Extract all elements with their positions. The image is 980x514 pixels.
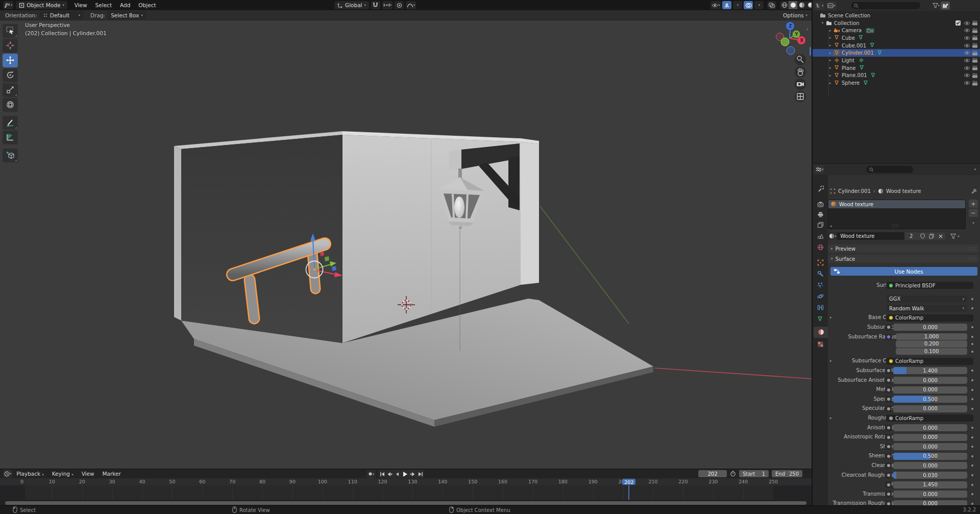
value-slider[interactable]: 0.000 bbox=[893, 462, 967, 469]
timeline-track[interactable] bbox=[0, 485, 812, 500]
material-slot-specials-dropdown[interactable]: ▾ bbox=[969, 221, 978, 225]
animate-decorator[interactable] bbox=[971, 336, 973, 338]
proportional-editing-toggle[interactable] bbox=[395, 1, 404, 9]
panel-grip[interactable]: :::: bbox=[968, 257, 976, 261]
surface-panel-header[interactable]: ▾ Surface :::: bbox=[828, 255, 979, 263]
stopwatch-icon[interactable] bbox=[730, 471, 736, 477]
animate-decorator[interactable] bbox=[971, 436, 973, 438]
hide-viewport-eye-icon[interactable] bbox=[964, 21, 970, 26]
use-nodes-button[interactable]: Use Nodes bbox=[830, 267, 977, 276]
animate-decorator[interactable] bbox=[971, 484, 973, 486]
material-users-count[interactable]: 2 bbox=[904, 232, 918, 240]
expander-icon[interactable]: ▸ bbox=[827, 74, 833, 78]
properties-editor-type-button[interactable]: ▾ bbox=[815, 165, 824, 174]
input-socket[interactable] bbox=[885, 434, 892, 440]
timeline-menu-marker[interactable]: Marker bbox=[99, 471, 125, 477]
show-gizmos-toggle[interactable] bbox=[722, 1, 731, 9]
properties-tab-view-layer[interactable] bbox=[813, 219, 828, 231]
value-slider[interactable]: 0.000 bbox=[893, 443, 967, 450]
outliner-row-cylinder-001[interactable]: ▸∇Cylinder.001∇ bbox=[813, 49, 980, 57]
shading-material-button[interactable] bbox=[797, 1, 806, 9]
transform-orientation-dropdown[interactable]: Global ▾ bbox=[334, 1, 369, 9]
properties-tab-texture[interactable] bbox=[813, 339, 828, 350]
outliner-row-sphere[interactable]: ▸∇Sphere∇ bbox=[813, 79, 980, 87]
hide-viewport-eye-icon[interactable] bbox=[964, 58, 970, 63]
mode-dropdown[interactable]: Object Mode ▾ bbox=[16, 1, 67, 9]
properties-tab-object[interactable] bbox=[813, 257, 828, 268]
value-slider[interactable]: 0.000 bbox=[893, 386, 967, 394]
disable-render-camera-icon[interactable] bbox=[972, 20, 978, 26]
animate-decorator[interactable] bbox=[971, 493, 973, 495]
breadcrumb-material[interactable]: Wood texture bbox=[886, 188, 921, 194]
animate-decorator[interactable] bbox=[971, 379, 973, 381]
animate-decorator[interactable] bbox=[971, 503, 973, 505]
outliner-row-light[interactable]: ▸Light bbox=[813, 57, 980, 64]
tool-cursor-button[interactable] bbox=[3, 39, 18, 53]
panel-grip[interactable]: :::: bbox=[968, 247, 976, 251]
breadcrumb-object[interactable]: Cylinder.001 bbox=[838, 188, 871, 194]
prev-frame-button[interactable] bbox=[394, 470, 401, 478]
disable-render-camera-icon[interactable] bbox=[972, 43, 978, 48]
animate-decorator[interactable] bbox=[971, 307, 973, 309]
animate-decorator[interactable] bbox=[971, 326, 973, 328]
current-frame-badge[interactable]: 202 bbox=[622, 479, 635, 485]
show-overlays-toggle[interactable] bbox=[744, 1, 753, 9]
menu-add[interactable]: Add bbox=[116, 2, 134, 8]
menu-select[interactable]: Select bbox=[91, 2, 116, 8]
input-socket[interactable] bbox=[885, 386, 892, 393]
pin-icon[interactable] bbox=[971, 188, 977, 194]
outliner-editor-type-button[interactable]: ▾ bbox=[815, 2, 824, 10]
outliner-row-collection[interactable]: ▾Collection bbox=[813, 19, 980, 27]
tool-move-button[interactable] bbox=[3, 54, 18, 67]
tool-transform-button[interactable] bbox=[3, 98, 18, 112]
remove-material-slot-button[interactable]: − bbox=[969, 209, 978, 217]
value-slider[interactable]: 1.450 bbox=[893, 481, 967, 488]
hide-viewport-eye-icon[interactable] bbox=[964, 73, 970, 78]
value-slider[interactable]: 0.500 bbox=[893, 453, 967, 460]
object-visibility-dropdown[interactable]: ▾ bbox=[710, 1, 721, 9]
value-slider[interactable]: 0.000 bbox=[893, 424, 967, 431]
frame-end-field[interactable]: End 250 bbox=[772, 470, 802, 477]
hide-viewport-eye-icon[interactable] bbox=[964, 51, 970, 55]
viewport-3d[interactable]: Z Y X ‹ User Perspective (202) Collect bbox=[0, 20, 812, 469]
expander-icon[interactable]: ▸ bbox=[827, 43, 833, 47]
value-slider[interactable]: 0.500 bbox=[893, 396, 967, 403]
animate-decorator[interactable] bbox=[971, 427, 973, 429]
value-slider[interactable]: 0.000 bbox=[893, 324, 967, 331]
expander-icon[interactable]: ▸ bbox=[827, 51, 833, 55]
input-socket[interactable] bbox=[885, 472, 892, 479]
timeline-editor-type-button[interactable]: ▾ bbox=[3, 470, 12, 478]
jump-to-end-button[interactable] bbox=[416, 470, 424, 478]
input-socket[interactable] bbox=[885, 396, 892, 403]
tool-select-box-button[interactable] bbox=[3, 24, 18, 38]
timeline-menu-view[interactable]: View bbox=[78, 471, 99, 477]
disable-render-camera-icon[interactable] bbox=[972, 28, 978, 33]
unlink-material-button[interactable] bbox=[936, 232, 945, 240]
material-name-field[interactable]: Wood texture bbox=[837, 232, 904, 240]
input-socket[interactable] bbox=[885, 368, 892, 374]
outliner-row-camera[interactable]: ▸Camera bbox=[813, 27, 980, 34]
properties-tab-render[interactable] bbox=[813, 199, 828, 210]
enum-dropdown[interactable]: GGX▾ bbox=[886, 296, 967, 303]
properties-tab-constraints[interactable] bbox=[813, 302, 828, 313]
snap-toggle-button[interactable] bbox=[371, 1, 380, 9]
outliner-search-input[interactable] bbox=[861, 3, 912, 9]
tool-annotate-button[interactable] bbox=[3, 116, 18, 130]
overlays-dropdown[interactable]: ▾ bbox=[754, 1, 764, 9]
collection-checkbox[interactable] bbox=[955, 20, 961, 26]
current-frame-field[interactable]: 202 bbox=[698, 470, 727, 477]
animate-decorator[interactable] bbox=[971, 389, 973, 391]
input-socket[interactable] bbox=[885, 444, 892, 450]
animate-decorator[interactable] bbox=[971, 398, 973, 400]
properties-tab-tool[interactable] bbox=[813, 184, 828, 195]
properties-tab-modifiers[interactable] bbox=[813, 268, 828, 280]
proportional-falloff-dropdown[interactable]: ▾ bbox=[406, 1, 416, 9]
jump-next-keyframe-button[interactable] bbox=[409, 470, 416, 478]
animate-decorator[interactable] bbox=[971, 408, 973, 410]
disable-render-camera-icon[interactable] bbox=[972, 73, 978, 78]
value-slider[interactable]: 0.030 bbox=[893, 472, 967, 479]
value-slider[interactable]: 0.000 bbox=[893, 491, 967, 498]
animate-decorator[interactable] bbox=[971, 464, 973, 467]
list-filter-expander[interactable]: ▸ bbox=[830, 224, 832, 228]
input-socket[interactable] bbox=[885, 405, 892, 412]
